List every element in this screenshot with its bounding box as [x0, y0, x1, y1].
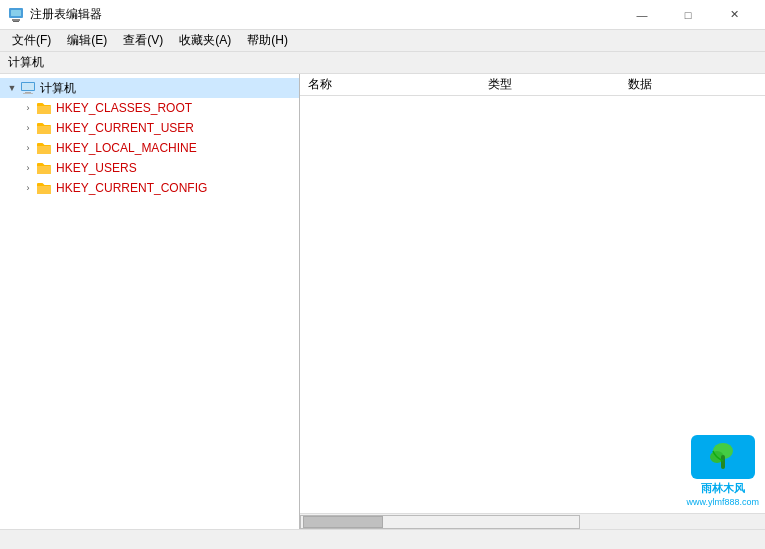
svg-rect-5 [22, 83, 34, 90]
folder-icon-current-config [36, 180, 52, 196]
tree-item-current-user[interactable]: › HKEY_CURRENT_USER [0, 118, 299, 138]
users-expander[interactable]: › [20, 160, 36, 176]
svg-rect-10 [721, 455, 725, 469]
classes-root-expander[interactable]: › [20, 100, 36, 116]
window-controls: — □ ✕ [619, 0, 757, 30]
menu-view[interactable]: 查看(V) [115, 30, 171, 51]
address-bar: 计算机 [0, 52, 765, 74]
svg-rect-3 [13, 21, 19, 22]
window-title: 注册表编辑器 [30, 6, 102, 23]
watermark-logo-box [691, 435, 755, 479]
main-content: ▼ 计算机 › HKEY_CLASSES_ROOT [0, 74, 765, 529]
local-machine-expander[interactable]: › [20, 140, 36, 156]
local-machine-label: HKEY_LOCAL_MACHINE [56, 141, 197, 155]
current-config-expander[interactable]: › [20, 180, 36, 196]
col-name[interactable]: 名称 [300, 74, 480, 95]
right-scrollbar-area[interactable] [300, 513, 765, 529]
current-user-expander[interactable]: › [20, 120, 36, 136]
svg-rect-2 [12, 19, 20, 21]
title-bar: 注册表编辑器 — □ ✕ [0, 0, 765, 30]
folder-icon-classes-root [36, 100, 52, 116]
root-label: 计算机 [40, 80, 76, 97]
tree-item-classes-root[interactable]: › HKEY_CLASSES_ROOT [0, 98, 299, 118]
svg-rect-1 [11, 10, 21, 16]
folder-icon-users [36, 160, 52, 176]
menu-file[interactable]: 文件(F) [4, 30, 59, 51]
menu-bar: 文件(F) 编辑(E) 查看(V) 收藏夹(A) 帮助(H) [0, 30, 765, 52]
title-bar-left: 注册表编辑器 [8, 6, 102, 23]
tree-item-local-machine[interactable]: › HKEY_LOCAL_MACHINE [0, 138, 299, 158]
app-icon [8, 7, 24, 23]
status-bar [0, 529, 765, 549]
tree-panel[interactable]: ▼ 计算机 › HKEY_CLASSES_ROOT [0, 74, 300, 529]
current-config-label: HKEY_CURRENT_CONFIG [56, 181, 207, 195]
folder-icon-local-machine [36, 140, 52, 156]
root-expander[interactable]: ▼ [4, 80, 20, 96]
right-panel-header: 名称 类型 数据 [300, 74, 765, 96]
scrollbar-thumb[interactable] [303, 516, 383, 528]
current-user-label: HKEY_CURRENT_USER [56, 121, 194, 135]
address-label: 计算机 [8, 54, 44, 71]
col-type[interactable]: 类型 [480, 74, 620, 95]
folder-icon-current-user [36, 120, 52, 136]
tree-item-users[interactable]: › HKEY_USERS [0, 158, 299, 178]
classes-root-label: HKEY_CLASSES_ROOT [56, 101, 192, 115]
col-data[interactable]: 数据 [620, 74, 765, 95]
svg-rect-7 [23, 93, 33, 94]
menu-help[interactable]: 帮助(H) [239, 30, 296, 51]
close-button[interactable]: ✕ [711, 0, 757, 30]
watermark-url: www.ylmf888.com [684, 497, 761, 507]
menu-favorites[interactable]: 收藏夹(A) [171, 30, 239, 51]
menu-edit[interactable]: 编辑(E) [59, 30, 115, 51]
computer-icon [20, 80, 36, 96]
tree-root[interactable]: ▼ 计算机 [0, 78, 299, 98]
tree-item-current-config[interactable]: › HKEY_CURRENT_CONFIG [0, 178, 299, 198]
horizontal-scrollbar[interactable] [300, 515, 580, 529]
maximize-button[interactable]: □ [665, 0, 711, 30]
users-label: HKEY_USERS [56, 161, 137, 175]
watermark-brand: 雨林木风 [699, 481, 747, 495]
minimize-button[interactable]: — [619, 0, 665, 30]
watermark: 雨林木风 www.ylmf888.com [684, 435, 761, 507]
